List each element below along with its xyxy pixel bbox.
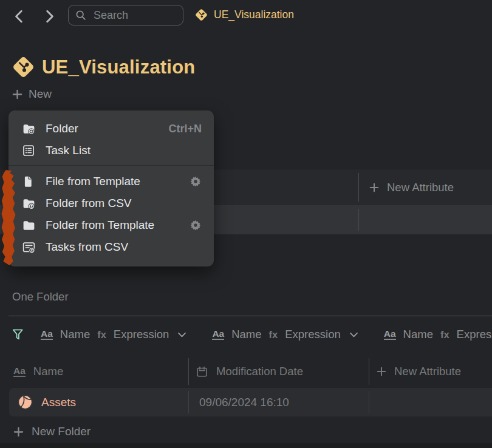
column-header-modification-date[interactable]: Modification Date <box>196 355 303 388</box>
chevron-right-icon <box>41 8 57 25</box>
upper-new-attribute-label: New Attribute <box>387 181 454 194</box>
column-divider <box>358 173 359 202</box>
folder-table-header: Aa Name Modification Date New Attribute <box>0 355 492 388</box>
gear-icon[interactable] <box>190 175 202 188</box>
menu-item-folder[interactable]: Folder Ctrl+N <box>9 118 214 140</box>
fx-icon: fx <box>269 329 278 341</box>
menu-item-label: Folder <box>46 122 168 135</box>
row-date-cell[interactable]: 09/06/2024 16:10 <box>199 388 289 416</box>
page-title: UE_Visualization <box>42 56 195 78</box>
new-item-context-menu: Folder Ctrl+N Task List File from Templa… <box>9 110 214 266</box>
menu-item-folder-from-csv[interactable]: Folder from CSV <box>9 192 214 214</box>
new-attribute-button[interactable]: New Attribute <box>377 355 461 388</box>
menu-item-label: Task List <box>46 144 202 157</box>
new-button-label: New <box>29 87 52 101</box>
column-divider <box>188 358 189 385</box>
gear-icon[interactable] <box>190 219 202 231</box>
chevron-down-icon[interactable] <box>176 329 188 341</box>
column-header-label: Modification Date <box>216 365 303 378</box>
filter-group[interactable]: Aa Name fx Expression <box>384 328 492 341</box>
new-attribute-label: New Attribute <box>394 365 461 378</box>
upper-new-attribute-button[interactable]: New Attribute <box>369 169 454 205</box>
new-folder-label: New Folder <box>32 425 91 438</box>
git-diamond-icon <box>11 55 36 80</box>
row-name-label: Assets <box>41 396 76 409</box>
git-diamond-icon <box>194 8 208 22</box>
tasks-csv-icon <box>22 240 37 254</box>
column-header-name[interactable]: Aa Name <box>13 355 63 388</box>
menu-item-label: Folder from CSV <box>46 197 202 210</box>
type-text-icon: Aa <box>384 329 396 341</box>
filter-name-label: Name <box>403 328 433 341</box>
menu-item-tasks-from-csv[interactable]: Tasks from CSV <box>9 236 214 258</box>
menu-item-label: File from Template <box>46 175 190 188</box>
filter-group[interactable]: Aa Name fx Expression <box>212 328 359 341</box>
page-title-row: UE_Visualization <box>11 55 195 80</box>
filter-group[interactable]: Aa Name fx Expression <box>41 328 188 341</box>
plus-icon <box>377 367 386 376</box>
task-list-icon <box>22 144 37 157</box>
folder-icon <box>22 219 37 232</box>
new-button[interactable]: New <box>12 87 52 101</box>
menu-separator <box>9 165 214 166</box>
chevron-down-icon[interactable] <box>348 329 360 341</box>
menu-item-folder-from-template[interactable]: Folder from Template <box>9 214 214 236</box>
filter-row: Aa Name fx Expression Aa Name fx Express… <box>11 323 492 346</box>
section-heading: One Folder <box>12 290 69 304</box>
search-box[interactable] <box>68 5 183 25</box>
fx-icon: fx <box>97 329 106 341</box>
type-text-icon: Aa <box>41 329 53 341</box>
filter-expression-label: Expression <box>457 328 492 341</box>
bottom-strip <box>0 443 492 448</box>
search-icon <box>75 9 87 21</box>
orange-annotation-stroke <box>1 170 16 265</box>
row-name-cell[interactable]: Assets <box>17 388 76 416</box>
calendar-icon <box>196 365 208 378</box>
chevron-left-icon <box>12 8 27 25</box>
back-button[interactable] <box>12 8 27 25</box>
assets-ball-icon <box>17 394 33 410</box>
menu-item-label: Folder from Template <box>46 219 190 232</box>
type-text-icon: Aa <box>212 329 224 341</box>
new-folder-button[interactable]: New Folder <box>13 425 91 438</box>
column-divider <box>369 358 369 385</box>
column-header-label: Name <box>33 365 63 378</box>
search-input[interactable] <box>92 8 177 22</box>
breadcrumb[interactable]: UE_Visualization <box>194 8 294 22</box>
plus-icon <box>369 183 379 192</box>
filter-name-label: Name <box>60 328 90 341</box>
table-row-assets[interactable]: Assets 09/06/2024 16:10 <box>9 388 492 416</box>
folder-plus-icon <box>22 122 37 135</box>
column-divider <box>369 391 369 413</box>
menu-item-task-list[interactable]: Task List <box>9 140 214 161</box>
file-icon <box>22 175 37 188</box>
column-divider <box>188 391 189 413</box>
filter-expression-label: Expression <box>285 328 341 341</box>
plus-icon <box>12 89 22 100</box>
filter-funnel-icon[interactable] <box>11 327 25 342</box>
plus-icon <box>13 427 24 437</box>
forward-button[interactable] <box>41 8 57 25</box>
section-divider <box>9 316 492 316</box>
breadcrumb-label: UE_Visualization <box>214 8 294 21</box>
app-window: UE_Visualization UE_Visualization New Ne… <box>0 0 492 448</box>
type-text-icon: Aa <box>13 366 26 378</box>
shortcut-hint: Ctrl+N <box>168 123 202 135</box>
column-divider <box>358 209 359 231</box>
filter-expression-label: Expression <box>114 328 169 341</box>
filter-name-label: Name <box>231 328 261 341</box>
menu-item-label: Tasks from CSV <box>46 240 202 254</box>
fx-icon: fx <box>440 329 449 341</box>
menu-item-file-from-template[interactable]: File from Template <box>9 171 214 192</box>
folder-csv-icon <box>22 197 37 210</box>
